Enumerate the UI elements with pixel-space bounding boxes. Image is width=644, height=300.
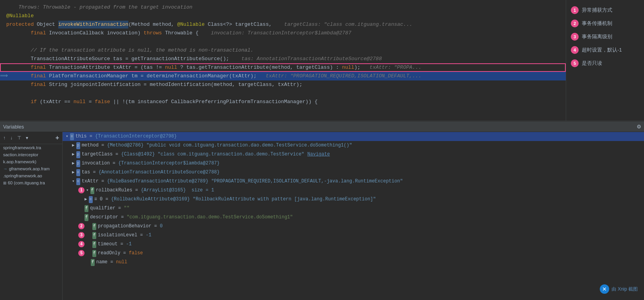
var-row-rollbackRules[interactable]: 1 ▾ f rollbackRules = {ArrayList@3165} s… <box>63 186 644 195</box>
up-button[interactable]: ↑ <box>2 134 7 141</box>
code-editor: Throws: Throwable - propagated from the … <box>0 0 644 121</box>
code-line: final InvocationCallback invocation) thr… <box>0 29 566 38</box>
code-line <box>0 38 566 46</box>
var-row-this[interactable]: ▾ ≡ this = {TransactionInterceptor@2798} <box>63 132 644 141</box>
stack-item[interactable]: →gframework.aop.fram <box>0 165 62 172</box>
annotation-label-3: 事务隔离级别 <box>582 33 612 40</box>
var-row-tas[interactable]: ▶ ≡ tas = {AnnotationTransactionAttribut… <box>63 168 644 177</box>
var-row-qualifier[interactable]: f qualifier = "" <box>63 204 644 213</box>
var-row-timeout[interactable]: 4 f timeout = -1 <box>63 240 644 249</box>
code-line: protected Object invokeWithinTransaction… <box>0 20 566 29</box>
stack-item[interactable]: springframework.tra <box>0 144 62 151</box>
expand-button[interactable]: ▾ <box>24 134 30 141</box>
code-line: final String joinpointIdentification = m… <box>0 80 566 89</box>
stack-item[interactable]: .springframework.ao <box>0 172 62 179</box>
xnip-watermark: ✕ 由 Xnip 截图 <box>600 284 638 294</box>
annotation-label-2: 事务传播机制 <box>582 20 612 27</box>
stack-item[interactable]: saction.interceptor <box>0 151 62 158</box>
down-button[interactable]: ↓ <box>9 134 14 141</box>
annotation-item-5: 5 是否只读 <box>571 59 639 67</box>
annotation-item-4: 4 超时设置，默认-1 <box>571 46 639 54</box>
var-row-txAttr[interactable]: ▾ ≡ txAttr = {RuleBasedTransactionAttrib… <box>63 177 644 186</box>
filter-button[interactable]: ⊤ <box>16 134 23 141</box>
var-row-propagationBehavior[interactable]: 2 f propagationBehavior = 0 <box>63 222 644 231</box>
var-row-descriptor[interactable]: f descriptor = "com.itguang.transaction.… <box>63 213 644 222</box>
annotation-label-5: 是否只读 <box>582 60 602 67</box>
annotation-panel: 1 异常捕获方式 2 事务传播机制 3 事务隔离级别 4 超时设置，默认-1 5… <box>566 0 644 121</box>
var-row-method[interactable]: ▶ p method = {Method@2786} "public void … <box>63 141 644 150</box>
xnip-label: 由 Xnip 截图 <box>612 286 638 293</box>
code-line: if (txAttr == null = false || !(tm insta… <box>0 98 566 106</box>
xnip-logo: ✕ <box>600 284 609 294</box>
variables-area: ↑ ↓ ⊤ ▾ + springframework.tra saction.in… <box>0 132 644 300</box>
left-toolbar: ↑ ↓ ⊤ ▾ + <box>0 132 62 144</box>
annotation-label-1: 异常捕获方式 <box>582 7 612 14</box>
navigate-link[interactable]: Navigate <box>308 151 330 158</box>
code-line <box>0 89 566 98</box>
var-row-isolationLevel[interactable]: 3 f isolationLevel = -1 <box>63 231 644 240</box>
stack-panel: ↑ ↓ ⊤ ▾ + springframework.tra saction.in… <box>0 132 63 300</box>
stack-item[interactable]: ⊞60 (com.itguang.tra <box>0 179 62 186</box>
code-line-boxed: final TransactionAttribute txAttr = (tas… <box>0 63 566 72</box>
annotation-item-3: 3 事务隔离级别 <box>571 33 639 41</box>
debug-arrow: ⟹ <box>0 72 8 80</box>
add-button[interactable]: + <box>54 134 61 142</box>
var-row-readOnly[interactable]: 5 f readOnly = false <box>63 249 644 258</box>
var-row-element-0[interactable]: ▶ ≡ ≡ 0 = {RollbackRuleAttribute@3169} "… <box>63 195 644 204</box>
gear-icon[interactable]: ⚙ <box>637 123 641 130</box>
code-line: // If the transaction attribute is null,… <box>0 46 566 55</box>
code-line: @Nullable <box>0 12 566 20</box>
annotation-label-4: 超时设置，默认-1 <box>582 46 622 54</box>
variables-title: Variables <box>3 124 24 130</box>
stack-item[interactable]: k.aop.framework) <box>0 158 62 165</box>
code-line: Throws: Throwable - propagated from the … <box>0 3 566 12</box>
code-line-highlighted: ⟹ final PlatformTransactionManager tm = … <box>0 72 566 80</box>
variables-list: ▾ ≡ this = {TransactionInterceptor@2798}… <box>63 132 644 300</box>
annotation-item-2: 2 事务传播机制 <box>571 20 639 27</box>
var-row-name[interactable]: f name = null <box>63 258 644 267</box>
var-row-targetClass[interactable]: ▶ p targetClass = {Class@1492} "class co… <box>63 150 644 159</box>
code-line: TransactionAttributeSource tas = getTran… <box>0 55 566 63</box>
annotation-item-1: 1 异常捕获方式 <box>571 6 639 14</box>
var-row-invocation[interactable]: ▶ p invocation = {TransactionInterceptor… <box>63 159 644 168</box>
variables-toolbar: Variables ⚙ <box>0 121 644 132</box>
